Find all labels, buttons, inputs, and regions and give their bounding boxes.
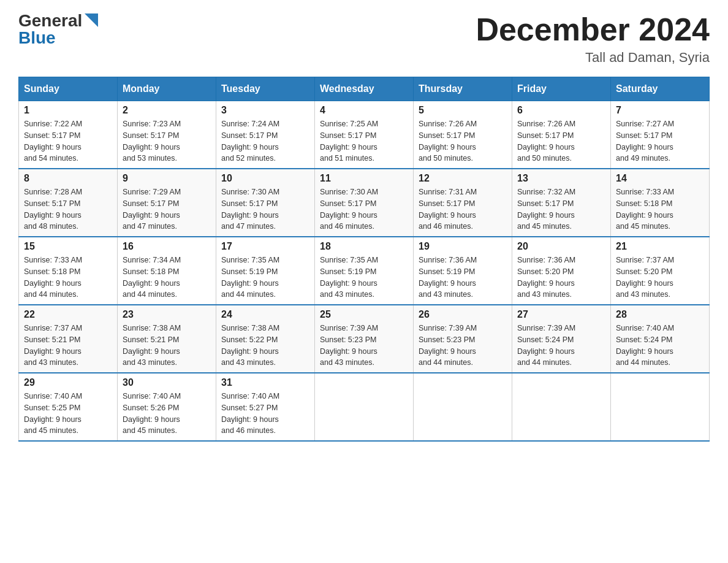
day-number: 8 [24,173,112,184]
day-number: 6 [517,105,605,116]
calendar-cell: 13 Sunrise: 7:32 AM Sunset: 5:17 PM Dayl… [512,169,611,237]
calendar-cell: 14 Sunrise: 7:33 AM Sunset: 5:18 PM Dayl… [611,169,710,237]
logo-blue-text: Blue [18,29,56,47]
calendar-cell [315,373,414,441]
calendar-cell: 16 Sunrise: 7:34 AM Sunset: 5:18 PM Dayl… [118,237,216,305]
day-number: 23 [123,309,211,320]
day-number: 14 [616,173,704,184]
day-number: 26 [419,309,507,320]
day-info: Sunrise: 7:36 AM Sunset: 5:20 PM Dayligh… [517,255,605,301]
calendar-week-row: 8 Sunrise: 7:28 AM Sunset: 5:17 PM Dayli… [19,169,710,237]
calendar-cell: 12 Sunrise: 7:31 AM Sunset: 5:17 PM Dayl… [414,169,512,237]
calendar-cell: 25 Sunrise: 7:39 AM Sunset: 5:23 PM Dayl… [315,305,414,373]
day-info: Sunrise: 7:26 AM Sunset: 5:17 PM Dayligh… [419,118,507,164]
calendar-week-row: 15 Sunrise: 7:33 AM Sunset: 5:18 PM Dayl… [19,237,710,305]
day-number: 21 [616,241,704,252]
calendar-cell [611,373,710,441]
day-info: Sunrise: 7:33 AM Sunset: 5:18 PM Dayligh… [616,186,704,232]
calendar-cell: 27 Sunrise: 7:39 AM Sunset: 5:24 PM Dayl… [512,305,611,373]
day-number: 31 [221,377,309,388]
day-info: Sunrise: 7:24 AM Sunset: 5:17 PM Dayligh… [221,118,309,164]
calendar-cell: 6 Sunrise: 7:26 AM Sunset: 5:17 PM Dayli… [512,101,611,169]
day-info: Sunrise: 7:30 AM Sunset: 5:17 PM Dayligh… [221,186,309,232]
day-number: 20 [517,241,605,252]
calendar-cell: 4 Sunrise: 7:25 AM Sunset: 5:17 PM Dayli… [315,101,414,169]
calendar-cell: 21 Sunrise: 7:37 AM Sunset: 5:20 PM Dayl… [611,237,710,305]
day-info: Sunrise: 7:40 AM Sunset: 5:25 PM Dayligh… [24,391,112,437]
day-info: Sunrise: 7:27 AM Sunset: 5:17 PM Dayligh… [616,118,704,164]
day-info: Sunrise: 7:39 AM Sunset: 5:23 PM Dayligh… [320,323,408,369]
day-info: Sunrise: 7:40 AM Sunset: 5:24 PM Dayligh… [616,323,704,369]
calendar-cell: 3 Sunrise: 7:24 AM Sunset: 5:17 PM Dayli… [216,101,315,169]
day-info: Sunrise: 7:38 AM Sunset: 5:22 PM Dayligh… [221,323,309,369]
day-number: 27 [517,309,605,320]
day-info: Sunrise: 7:33 AM Sunset: 5:18 PM Dayligh… [24,255,112,301]
calendar-cell: 18 Sunrise: 7:35 AM Sunset: 5:19 PM Dayl… [315,237,414,305]
day-info: Sunrise: 7:39 AM Sunset: 5:23 PM Dayligh… [419,323,507,369]
weekday-header-monday: Monday [118,77,216,101]
day-number: 1 [24,105,112,116]
day-info: Sunrise: 7:34 AM Sunset: 5:18 PM Dayligh… [123,255,211,301]
logo-triangle-icon [85,13,98,27]
calendar-cell: 30 Sunrise: 7:40 AM Sunset: 5:26 PM Dayl… [118,373,216,441]
day-info: Sunrise: 7:23 AM Sunset: 5:17 PM Dayligh… [123,118,211,164]
logo-general-text: General [18,12,82,29]
day-number: 17 [221,241,309,252]
day-number: 10 [221,173,309,184]
day-number: 5 [419,105,507,116]
day-info: Sunrise: 7:35 AM Sunset: 5:19 PM Dayligh… [320,255,408,301]
calendar-cell: 26 Sunrise: 7:39 AM Sunset: 5:23 PM Dayl… [414,305,512,373]
day-number: 15 [24,241,112,252]
day-info: Sunrise: 7:36 AM Sunset: 5:19 PM Dayligh… [419,255,507,301]
page-header: General Blue December 2024 Tall ad Daman… [18,12,710,66]
weekday-header-friday: Friday [512,77,611,101]
weekday-header-wednesday: Wednesday [315,77,414,101]
calendar-cell: 5 Sunrise: 7:26 AM Sunset: 5:17 PM Dayli… [414,101,512,169]
calendar-cell: 15 Sunrise: 7:33 AM Sunset: 5:18 PM Dayl… [19,237,118,305]
calendar-cell: 17 Sunrise: 7:35 AM Sunset: 5:19 PM Dayl… [216,237,315,305]
day-info: Sunrise: 7:37 AM Sunset: 5:20 PM Dayligh… [616,255,704,301]
weekday-header-tuesday: Tuesday [216,77,315,101]
day-info: Sunrise: 7:30 AM Sunset: 5:17 PM Dayligh… [320,186,408,232]
calendar-cell: 11 Sunrise: 7:30 AM Sunset: 5:17 PM Dayl… [315,169,414,237]
svg-marker-0 [85,13,98,27]
calendar-cell: 2 Sunrise: 7:23 AM Sunset: 5:17 PM Dayli… [118,101,216,169]
calendar-cell: 7 Sunrise: 7:27 AM Sunset: 5:17 PM Dayli… [611,101,710,169]
calendar-cell: 29 Sunrise: 7:40 AM Sunset: 5:25 PM Dayl… [19,373,118,441]
day-number: 18 [320,241,408,252]
day-info: Sunrise: 7:38 AM Sunset: 5:21 PM Dayligh… [123,323,211,369]
day-number: 2 [123,105,211,116]
day-info: Sunrise: 7:29 AM Sunset: 5:17 PM Dayligh… [123,186,211,232]
weekday-header-row: SundayMondayTuesdayWednesdayThursdayFrid… [19,77,710,101]
day-number: 25 [320,309,408,320]
calendar-cell: 10 Sunrise: 7:30 AM Sunset: 5:17 PM Dayl… [216,169,315,237]
calendar-cell: 31 Sunrise: 7:40 AM Sunset: 5:27 PM Dayl… [216,373,315,441]
day-info: Sunrise: 7:35 AM Sunset: 5:19 PM Dayligh… [221,255,309,301]
title-area: December 2024 Tall ad Daman, Syria [476,12,710,66]
calendar-cell: 23 Sunrise: 7:38 AM Sunset: 5:21 PM Dayl… [118,305,216,373]
day-info: Sunrise: 7:31 AM Sunset: 5:17 PM Dayligh… [419,186,507,232]
calendar-cell [512,373,611,441]
location-title: Tall ad Daman, Syria [476,50,710,66]
day-number: 30 [123,377,211,388]
calendar-cell: 28 Sunrise: 7:40 AM Sunset: 5:24 PM Dayl… [611,305,710,373]
day-info: Sunrise: 7:40 AM Sunset: 5:27 PM Dayligh… [221,391,309,437]
calendar-table: SundayMondayTuesdayWednesdayThursdayFrid… [18,77,710,442]
day-number: 29 [24,377,112,388]
day-info: Sunrise: 7:40 AM Sunset: 5:26 PM Dayligh… [123,391,211,437]
calendar-week-row: 1 Sunrise: 7:22 AM Sunset: 5:17 PM Dayli… [19,101,710,169]
day-info: Sunrise: 7:32 AM Sunset: 5:17 PM Dayligh… [517,186,605,232]
day-number: 7 [616,105,704,116]
day-number: 24 [221,309,309,320]
day-info: Sunrise: 7:28 AM Sunset: 5:17 PM Dayligh… [24,186,112,232]
day-number: 28 [616,309,704,320]
day-number: 13 [517,173,605,184]
calendar-cell: 19 Sunrise: 7:36 AM Sunset: 5:19 PM Dayl… [414,237,512,305]
day-number: 4 [320,105,408,116]
day-info: Sunrise: 7:26 AM Sunset: 5:17 PM Dayligh… [517,118,605,164]
day-number: 16 [123,241,211,252]
day-number: 19 [419,241,507,252]
calendar-cell [414,373,512,441]
logo: General Blue [18,12,98,47]
month-title: December 2024 [476,12,710,47]
